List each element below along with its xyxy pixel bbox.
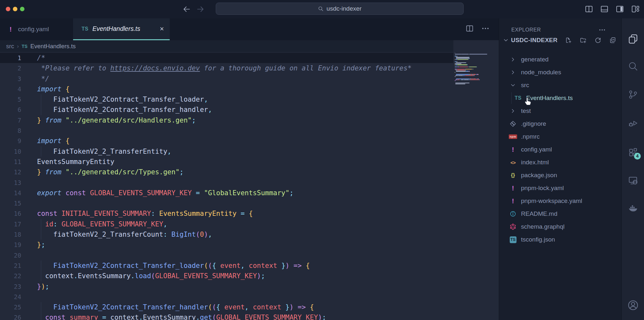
code-line-15[interactable]: 15 [0, 198, 499, 208]
code-line-13[interactable]: 13 [0, 178, 499, 188]
line-number: 3 [0, 74, 21, 84]
more-actions-icon[interactable] [481, 24, 490, 33]
code-line-25[interactable]: 25 FiatTokenV2_2Contract_Transfer_handle… [0, 302, 499, 312]
tree-folder-generated[interactable]: generated [499, 53, 621, 66]
line-number: 25 [0, 302, 21, 312]
code-line-22[interactable]: 22 context.EventsSummary.load(GLOBAL_EVE… [0, 271, 499, 281]
activity-run-and-debug-button[interactable] [622, 109, 644, 137]
close-icon[interactable]: × [160, 25, 164, 32]
refresh-icon[interactable] [594, 37, 601, 44]
code-line-3[interactable]: 3 */ [0, 74, 499, 84]
collapse-all-icon[interactable] [609, 37, 616, 44]
window-controls[interactable] [6, 7, 24, 11]
account-icon [627, 299, 639, 311]
tab-EventHandlers.ts[interactable]: TSEventHandlers.ts× [73, 18, 170, 40]
tree-file-.gitignore[interactable]: .gitignore [499, 117, 621, 130]
line-number: 4 [0, 84, 21, 94]
activity-bar: 4 [621, 18, 644, 320]
code-line-14[interactable]: 14export const GLOBAL_EVENTS_SUMMARY_KEY… [0, 188, 499, 198]
code-line-21[interactable]: 21 FiatTokenV2_2Contract_Transfer_loader… [0, 261, 499, 271]
line-number: 17 [0, 219, 21, 229]
code-line-11[interactable]: 11EventsSummaryEntity [0, 157, 499, 167]
code-line-23[interactable]: 23}); [0, 281, 499, 292]
code-line-1[interactable]: 1/* [0, 53, 499, 63]
tree-file-tsconfig.json[interactable]: TStsconfig.json [499, 233, 621, 246]
tree-file-pnpm-workspace.yaml[interactable]: !pnpm-workspace.yaml [499, 195, 621, 207]
code-line-6[interactable]: 6 FiatTokenV2_2Contract_Transfer_handler… [0, 105, 499, 115]
line-number: 6 [0, 105, 21, 115]
activity-remote-explorer-button[interactable] [622, 166, 644, 194]
split-editor-icon[interactable] [465, 24, 474, 33]
minimap[interactable] [455, 53, 491, 85]
new-folder-icon[interactable] [580, 37, 587, 44]
breadcrumb-segment[interactable]: EventHandlers.ts [30, 43, 76, 50]
toggle-secondary-sidebar-icon[interactable] [615, 5, 624, 14]
code-line-19[interactable]: 19}; [0, 240, 499, 250]
more-actions-icon[interactable] [598, 26, 606, 34]
new-file-icon[interactable] [565, 37, 572, 44]
tree-file-config.yaml[interactable]: !config.yaml [499, 143, 621, 156]
toggle-panel-icon[interactable] [600, 5, 609, 14]
tree-item-label: .npmrc [521, 133, 540, 140]
minimize-window-button[interactable] [13, 7, 17, 11]
code-line-18[interactable]: 18 fiatTokenV2_2_TransferCount: BigInt(0… [0, 229, 499, 240]
tree-file-README.md[interactable]: README.md [499, 207, 621, 220]
command-center-search[interactable]: usdc-indexer [216, 3, 464, 15]
customize-layout-icon[interactable] [631, 5, 640, 14]
chevron-right-icon [510, 56, 516, 63]
code-line-16[interactable]: 16const INITIAL_EVENTS_SUMMARY: EventsSu… [0, 208, 499, 219]
code-line-20[interactable]: 20 [0, 250, 499, 261]
line-number: 26 [0, 312, 21, 320]
activity-search-button[interactable] [622, 52, 644, 80]
code-line-26[interactable]: 26 const summary = context.EventsSummary… [0, 312, 499, 320]
code-editor[interactable]: 1/*2 *Please refer to https://docs.envio… [0, 52, 499, 320]
activity-source-control-button[interactable] [622, 80, 644, 108]
tree-folder-src[interactable]: src [499, 79, 621, 92]
code-line-8[interactable]: 8 [0, 125, 499, 136]
code-line-17[interactable]: 17 id: GLOBAL_EVENTS_SUMMARY_KEY, [0, 219, 499, 229]
tab-config.yaml[interactable]: !config.yaml [0, 18, 73, 40]
breadcrumb-segment[interactable]: src [6, 43, 14, 50]
explorer-sidebar: EXPLORER USDC-INDEXER generatednode_modu… [499, 18, 621, 320]
activity-extensions-button[interactable]: 4 [622, 138, 644, 166]
code-line-9[interactable]: 9import { [0, 136, 499, 146]
tree-folder-node_modules[interactable]: node_modules [499, 66, 621, 79]
close-window-button[interactable] [6, 7, 10, 11]
tree-file-.npmrc[interactable]: npm.npmrc [499, 130, 621, 143]
back-arrow-icon[interactable] [182, 5, 191, 14]
tree-item-label: README.md [521, 210, 557, 217]
line-number: 23 [0, 281, 21, 292]
project-root-row[interactable]: USDC-INDEXER [499, 34, 621, 47]
yaml-warning-icon: ! [10, 25, 12, 33]
forward-arrow-icon[interactable] [196, 5, 205, 14]
tree-file-schema.graphql[interactable]: schema.graphql [499, 220, 621, 233]
line-number: 12 [0, 167, 21, 177]
code-line-2[interactable]: 2 *Please refer to https://docs.envio.de… [0, 63, 499, 73]
source-control-icon [628, 89, 638, 100]
tree-file-pnpm-lock.yaml[interactable]: !pnpm-lock.yaml [499, 182, 621, 195]
code-line-24[interactable]: 24 [0, 292, 499, 302]
extensions-icon: 4 [628, 147, 638, 158]
tree-item-label: test [521, 107, 531, 114]
code-line-4[interactable]: 4import { [0, 84, 499, 94]
activity-docker-button[interactable] [622, 194, 644, 222]
code-line-7[interactable]: 7} from "../generated/src/Handlers.gen"; [0, 115, 499, 125]
tree-item-label: src [521, 82, 529, 89]
activity-explorer-button[interactable] [622, 25, 644, 53]
code-line-5[interactable]: 5 FiatTokenV2_2Contract_Transfer_loader, [0, 94, 499, 105]
tree-file-index.html[interactable]: <>index.html [499, 156, 621, 169]
breadcrumb[interactable]: src›TSEventHandlers.ts [0, 40, 453, 52]
chevron-right-icon: › [17, 43, 19, 50]
chevron-down-icon [510, 82, 516, 88]
tree-file-package.json[interactable]: {}package.json [499, 169, 621, 182]
line-number: 21 [0, 261, 21, 271]
tree-item-label: schema.graphql [521, 223, 564, 230]
code-line-12[interactable]: 12} from "../generated/src/Types.gen"; [0, 167, 499, 177]
activity-accounts-button[interactable] [622, 291, 644, 319]
zoom-window-button[interactable] [20, 7, 24, 11]
tree-file-EventHandlers.ts[interactable]: TSEventHandlers.ts [499, 92, 621, 105]
tree-folder-test[interactable]: test [499, 105, 621, 117]
code-line-10[interactable]: 10 FiatTokenV2_2_TransferEntity, [0, 146, 499, 157]
split-editor-icon[interactable] [584, 5, 593, 14]
git-icon [509, 120, 516, 127]
